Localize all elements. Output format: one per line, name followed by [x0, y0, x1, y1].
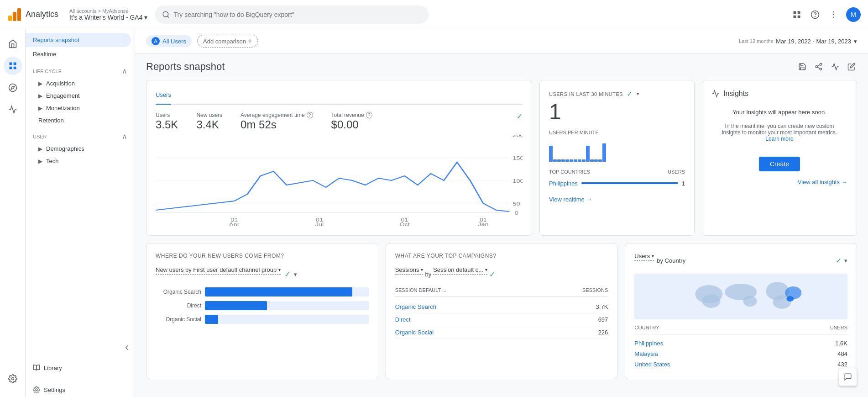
metric-avg-engagement-label: Average engagement time ?	[241, 112, 313, 118]
world-map	[634, 274, 847, 319]
svg-point-20	[11, 378, 14, 380]
nav-reports-snapshot[interactable]: Reports snapshot	[26, 33, 131, 47]
nav-settings[interactable]: Settings	[26, 382, 135, 397]
metric-total-revenue-label: Total revenue ?	[331, 112, 372, 118]
country-3[interactable]: United States	[634, 361, 670, 368]
sidebar-reports-icon[interactable]	[4, 57, 22, 75]
nav-tech-label: Tech	[46, 158, 58, 164]
user-chevron-icon[interactable]: ∧	[122, 132, 127, 141]
nav-realtime[interactable]: Realtime	[26, 47, 131, 61]
country-2[interactable]: Malaysia	[634, 350, 658, 357]
campaigns-card-check: Sessions ▾ by Session default c... ▾ ✓	[395, 266, 608, 282]
user-avatar[interactable]: M	[846, 7, 861, 22]
sub-header: A All Users Add comparison + Last 12 mon…	[135, 29, 868, 53]
sidebar-home-icon[interactable]	[4, 35, 22, 53]
add-comparison-button[interactable]: Add comparison +	[197, 35, 258, 48]
insights-body: Your Insights will appear here soon.	[711, 105, 847, 123]
more-vert-icon[interactable]	[828, 9, 839, 20]
svg-point-3	[163, 11, 168, 16]
sidebar-explore-icon[interactable]	[4, 79, 22, 97]
users-per-minute-label: USERS PER MINUTE	[549, 130, 685, 135]
lifecycle-chevron-icon[interactable]: ∧	[122, 67, 127, 75]
channel-group-dropdown[interactable]: New users by First user default channel …	[156, 266, 281, 275]
mini-bar-7	[574, 159, 577, 162]
view-realtime-label: View realtime	[549, 196, 585, 203]
nav-tech[interactable]: ▶ Tech	[26, 155, 135, 167]
all-users-badge[interactable]: A All Users	[146, 35, 192, 47]
country-value-philippines: 1	[682, 180, 685, 187]
users-dropdown[interactable]: Users ▾	[634, 253, 654, 261]
sessions-source-3[interactable]: Organic Social	[395, 329, 434, 336]
collapse-panel-button[interactable]	[123, 344, 131, 353]
svg-text:0: 0	[515, 211, 518, 216]
feedback-button[interactable]	[839, 368, 857, 386]
svg-point-23	[816, 66, 818, 68]
country-row-philippines: Philippines 1	[549, 178, 685, 189]
new-users-card-check: New users by First user default channel …	[156, 266, 369, 282]
search-input[interactable]	[174, 11, 422, 18]
property-selector[interactable]: It's a Writer's World - GA4 ▾	[69, 14, 147, 21]
view-all-insights-link[interactable]: View all insights →	[711, 179, 847, 185]
realtime-dropdown-caret-icon[interactable]: ▾	[637, 91, 640, 97]
create-insights-button[interactable]: Create	[759, 157, 800, 171]
svg-rect-7	[794, 15, 796, 18]
mini-bar-9	[582, 159, 586, 162]
compare-icon[interactable]	[830, 61, 841, 72]
feedback-icon	[844, 373, 852, 381]
apps-icon[interactable]	[791, 9, 802, 20]
help-icon[interactable]	[810, 9, 821, 20]
country-1[interactable]: Philippines	[634, 340, 663, 347]
nav-retention[interactable]: Retention	[26, 114, 135, 127]
top-nav-actions: M	[791, 7, 861, 22]
insights-header: Insights	[711, 90, 847, 98]
page-title-area: Reports snapshot	[135, 53, 868, 76]
sidebar-advertising-icon[interactable]	[4, 101, 22, 119]
bar-label-organic-search: Organic Search	[156, 289, 201, 295]
nav-acquisition[interactable]: ▶ Acquisition	[26, 77, 135, 90]
main-chart-card: Users Users 3.5K New users 3.4K	[146, 80, 532, 236]
bar-bg-direct	[205, 301, 369, 310]
view-all-insights-label: View all insights	[798, 179, 840, 185]
sidebar-icons	[0, 29, 26, 397]
analytics-logo-icon	[7, 7, 22, 22]
lifecycle-section: Life cycle ∧	[26, 61, 135, 77]
sessions-col1-header: SESSION DEFAULT ...	[395, 287, 447, 293]
edit-icon[interactable]	[846, 61, 857, 72]
date-range-selector[interactable]: Last 12 months Mar 19, 2022 - Mar 19, 20…	[739, 38, 857, 45]
country-table-row-1: Philippines 1.6K	[634, 338, 847, 349]
date-range-label: Last 12 months	[739, 38, 773, 44]
total-revenue-info-icon[interactable]: ?	[366, 112, 372, 118]
view-realtime-link[interactable]: View realtime →	[549, 196, 685, 203]
sessions-source-1[interactable]: Organic Search	[395, 303, 436, 310]
save-report-icon[interactable]	[797, 61, 808, 72]
svg-rect-8	[798, 15, 800, 18]
top-campaigns-title: WHAT ARE YOUR TOP CAMPAIGNS?	[395, 253, 608, 259]
session-default-caret-icon: ▾	[485, 267, 487, 272]
learn-more-link[interactable]: Learn more	[765, 136, 793, 142]
country-card-caret-icon[interactable]: ▾	[844, 257, 847, 264]
sessions-source-2[interactable]: Direct	[395, 316, 411, 323]
metric-tabs: Users	[156, 90, 523, 105]
share-icon[interactable]	[813, 61, 824, 72]
new-users-dropdown-caret-icon[interactable]: ▾	[294, 271, 297, 278]
svg-text:50: 50	[512, 201, 520, 206]
tab-users[interactable]: Users	[156, 90, 171, 105]
nav-demographics[interactable]: ▶ Demographics	[26, 143, 135, 155]
svg-rect-5	[794, 11, 796, 14]
session-default-dropdown[interactable]: Session default c... ▾	[433, 266, 487, 275]
sidebar-settings-icon[interactable]	[4, 370, 22, 388]
bar-label-organic-social: Organic Social	[156, 316, 201, 323]
nav-library[interactable]: Library	[26, 360, 135, 375]
avg-engagement-info-icon[interactable]: ?	[307, 112, 313, 118]
nav-monetization[interactable]: ▶ Monetization	[26, 102, 135, 114]
mini-bar-1	[549, 146, 553, 162]
realtime-card: USERS IN LAST 30 MINUTES ✓ ▾ 1 USERS PER…	[539, 80, 695, 236]
svg-point-53	[787, 296, 794, 302]
sessions-dropdown[interactable]: Sessions ▾	[395, 266, 424, 275]
left-nav-panel: Reports snapshot Realtime Life cycle ∧ ▶…	[26, 29, 135, 397]
bar-fill-organic-social	[205, 315, 218, 324]
bar-bg-organic-social	[205, 315, 369, 324]
nav-engagement[interactable]: ▶ Engagement	[26, 90, 135, 102]
search-bar[interactable]	[155, 5, 429, 24]
country-1-value: 1.6K	[835, 340, 847, 347]
